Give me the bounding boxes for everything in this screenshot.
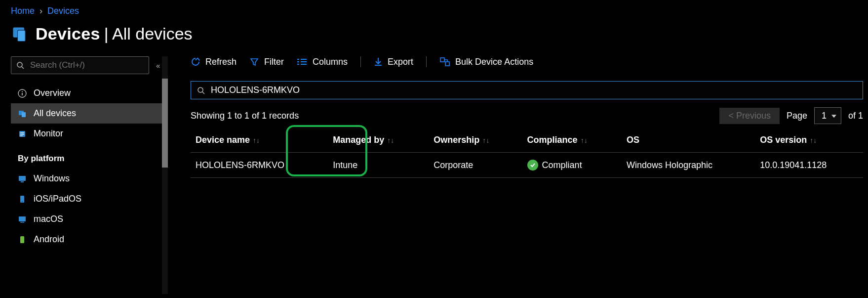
chevron-right-icon: › — [39, 6, 42, 16]
svg-rect-6 — [22, 93, 23, 95]
page-label: Page — [787, 111, 807, 121]
svg-rect-27 — [440, 58, 444, 62]
svg-rect-22 — [297, 64, 299, 65]
col-ownership[interactable]: Ownership↑↓ — [429, 128, 522, 153]
filter-button[interactable]: Filter — [249, 57, 284, 67]
svg-point-29 — [198, 87, 203, 92]
svg-point-2 — [17, 62, 22, 67]
sidebar-item-monitor[interactable]: Monitor — [11, 124, 164, 144]
sidebar-heading-platform: By platform — [11, 144, 168, 169]
svg-rect-21 — [297, 61, 299, 62]
sidebar-item-macos[interactable]: macOS — [11, 209, 164, 229]
breadcrumb: Home › Devices — [11, 0, 857, 16]
svg-rect-17 — [19, 216, 26, 221]
sidebar-scrollbar[interactable] — [162, 56, 168, 294]
search-icon — [16, 61, 24, 69]
cell-ownership: Corporate — [429, 153, 522, 178]
columns-icon — [297, 57, 308, 66]
svg-rect-13 — [19, 176, 26, 181]
macos-icon — [18, 215, 27, 224]
sidebar-item-windows[interactable]: Windows — [11, 169, 164, 189]
cell-compliance: Compliant — [522, 153, 622, 178]
col-managed-by[interactable]: Managed by↑↓ — [328, 128, 429, 153]
svg-rect-10 — [20, 132, 24, 133]
pager: < Previous Page 1 of 1 — [719, 107, 863, 124]
sidebar-item-android[interactable]: Android — [11, 229, 164, 250]
devices-table: Device name↑↓ Managed by↑↓ Ownership↑↓ C… — [191, 128, 863, 178]
breadcrumb-home[interactable]: Home — [11, 6, 35, 16]
cell-os: Windows Holographic — [622, 153, 755, 178]
col-os[interactable]: OS — [622, 128, 755, 153]
sidebar-item-label: iOS/iPadOS — [34, 194, 81, 204]
windows-icon — [18, 174, 27, 183]
records-status: Showing 1 to 1 of 1 records — [191, 111, 299, 121]
page-select[interactable]: 1 — [814, 107, 841, 124]
sidebar-item-label: macOS — [34, 214, 63, 224]
filter-icon — [249, 57, 259, 67]
monitor-icon — [18, 129, 27, 138]
sidebar-item-overview[interactable]: Overview — [11, 83, 164, 103]
android-icon — [18, 235, 27, 244]
collapse-sidebar-button[interactable]: « — [156, 61, 160, 70]
svg-line-30 — [202, 92, 204, 94]
sidebar-item-label: Overview — [34, 88, 71, 98]
sidebar-item-label: All devices — [34, 108, 76, 119]
svg-rect-20 — [297, 59, 299, 60]
bulk-actions-button[interactable]: Bulk Device Actions — [439, 57, 533, 67]
sidebar-item-label: Monitor — [34, 128, 63, 139]
sort-icon: ↑↓ — [482, 136, 489, 144]
toolbar-separator — [426, 56, 427, 67]
main-content: Refresh Filter Columns — [168, 56, 868, 294]
table-row[interactable]: HOLOLENS-6RMKVO Intune Corporate Complia… — [191, 153, 863, 178]
svg-rect-18 — [20, 222, 24, 223]
sidebar-item-all-devices[interactable]: All devices — [11, 103, 164, 124]
col-compliance[interactable]: Compliance↑↓ — [522, 128, 622, 153]
svg-rect-8 — [22, 112, 26, 117]
svg-rect-11 — [20, 134, 24, 134]
svg-rect-25 — [301, 64, 307, 65]
svg-point-5 — [22, 91, 23, 92]
sidebar-item-label: Windows — [34, 173, 70, 184]
page-title: Devices | All devices — [36, 24, 193, 43]
sidebar-item-label: Android — [34, 234, 64, 245]
svg-line-3 — [22, 67, 24, 69]
devices-icon — [18, 109, 27, 118]
svg-point-16 — [22, 201, 23, 202]
download-icon — [374, 57, 383, 67]
svg-rect-1 — [18, 30, 26, 42]
ios-icon — [18, 195, 27, 204]
svg-rect-24 — [301, 61, 307, 62]
svg-rect-23 — [301, 59, 307, 60]
refresh-button[interactable]: Refresh — [191, 57, 237, 67]
info-icon — [18, 89, 27, 98]
page-of: of 1 — [848, 111, 863, 121]
sidebar-search-input[interactable] — [29, 60, 143, 71]
svg-rect-19 — [20, 236, 24, 243]
sidebar: « Overview All devices Mon — [0, 56, 168, 294]
scrollbar-thumb[interactable] — [162, 79, 168, 168]
search-filter-box[interactable] — [191, 81, 863, 99]
sort-icon: ↑↓ — [810, 136, 817, 144]
bulk-icon — [439, 57, 450, 67]
breadcrumb-devices[interactable]: Devices — [47, 6, 79, 16]
search-icon — [197, 86, 205, 94]
sort-icon: ↑↓ — [253, 136, 260, 144]
refresh-icon — [191, 57, 200, 67]
cell-managed-by: Intune — [328, 153, 429, 178]
cell-os-version: 10.0.19041.1128 — [755, 153, 863, 178]
previous-button[interactable]: < Previous — [719, 108, 780, 124]
sidebar-item-ios[interactable]: iOS/iPadOS — [11, 189, 164, 209]
toolbar-separator — [360, 56, 361, 67]
sort-icon: ↑↓ — [387, 136, 394, 144]
toolbar: Refresh Filter Columns — [191, 56, 863, 81]
check-circle-icon — [527, 160, 538, 170]
cell-device-name: HOLOLENS-6RMKVO — [191, 153, 328, 178]
svg-rect-14 — [21, 181, 24, 182]
search-filter-input[interactable] — [210, 85, 857, 96]
sidebar-search[interactable] — [11, 56, 149, 74]
columns-button[interactable]: Columns — [297, 57, 348, 67]
export-button[interactable]: Export — [374, 57, 413, 67]
col-device-name[interactable]: Device name↑↓ — [191, 128, 328, 153]
col-os-version[interactable]: OS version↑↓ — [755, 128, 863, 153]
devices-icon — [11, 25, 29, 43]
